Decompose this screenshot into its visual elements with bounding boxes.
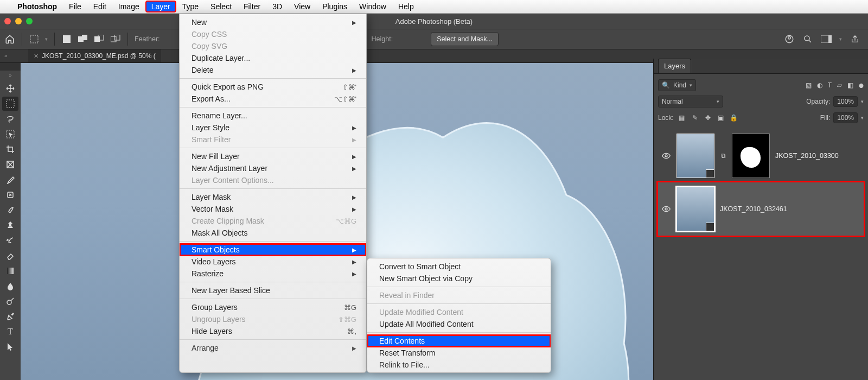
- menu-item-new-smart-object-via-copy[interactable]: New Smart Object via Copy: [367, 273, 551, 284]
- menu-item-new-adjustment-layer[interactable]: New Adjustment Layer▶: [180, 162, 366, 174]
- menu-item-layer-mask[interactable]: Layer Mask▶: [180, 191, 366, 203]
- menu-item-relink-to-file[interactable]: Relink to File...: [367, 359, 551, 371]
- menu-item-vector-mask[interactable]: Vector Mask▶: [180, 203, 366, 215]
- document-tab[interactable]: ✕ JKOST_2010_03300_ME.psd @ 50% (: [28, 49, 161, 62]
- menu-window[interactable]: Window: [354, 1, 392, 12]
- path-selection-tool[interactable]: [2, 340, 18, 354]
- filter-type-icon[interactable]: T: [828, 81, 832, 89]
- menu-edit[interactable]: Edit: [88, 1, 112, 12]
- close-tab-icon[interactable]: ✕: [34, 53, 39, 60]
- menu-item-edit-contents[interactable]: Edit Contents: [367, 335, 551, 347]
- menu-view[interactable]: View: [289, 1, 316, 12]
- lasso-tool[interactable]: [2, 112, 18, 126]
- menu-item-export-as[interactable]: Export As...⌥⇧⌘': [180, 93, 366, 105]
- gradient-tool[interactable]: [2, 264, 18, 278]
- menu-item-new-fill-layer[interactable]: New Fill Layer▶: [180, 150, 366, 162]
- menu-item-smart-objects[interactable]: Smart Objects▶: [180, 244, 366, 256]
- menu-filter[interactable]: Filter: [238, 1, 266, 12]
- home-icon[interactable]: [4, 34, 15, 45]
- layer-name-label[interactable]: JKOST_2010_03300: [775, 152, 839, 160]
- pen-tool[interactable]: [2, 309, 18, 324]
- menu-layer[interactable]: Layer: [146, 1, 176, 12]
- chevron-down-icon[interactable]: ▾: [839, 36, 842, 42]
- layer-filter-icons[interactable]: ▧ ◐ T ▱ ◧ ⬤: [806, 81, 864, 89]
- app-name[interactable]: Photoshop: [12, 1, 62, 12]
- filter-toggle-icon[interactable]: ⬤: [859, 83, 864, 88]
- lock-image-icon[interactable]: ✎: [690, 114, 700, 122]
- clone-stamp-tool[interactable]: [2, 218, 18, 232]
- opacity-value-input[interactable]: 100%: [833, 96, 858, 107]
- window-traffic-lights[interactable]: [4, 18, 33, 24]
- menu-item-hide-layers[interactable]: Hide Layers⌘,: [180, 325, 366, 337]
- lock-artboard-icon[interactable]: ▣: [716, 114, 726, 122]
- menu-select[interactable]: Select: [205, 1, 237, 12]
- selection-intersect-icon[interactable]: [110, 34, 121, 45]
- type-tool[interactable]: T: [2, 325, 18, 339]
- menu-file[interactable]: File: [63, 1, 87, 12]
- layer-thumbnail[interactable]: [676, 187, 714, 231]
- marquee-tool-icon[interactable]: [29, 34, 40, 45]
- layer-name-label[interactable]: JKOST_2010_032461: [720, 205, 787, 213]
- menu-item-rename-layer[interactable]: Rename Layer...: [180, 110, 366, 122]
- menu-item-new[interactable]: New▶: [180, 16, 366, 28]
- menu-plugins[interactable]: Plugins: [317, 1, 353, 12]
- cloud-account-icon[interactable]: [784, 34, 795, 45]
- lock-transparency-icon[interactable]: ▦: [677, 114, 687, 122]
- collapse-tools-icon[interactable]: »: [9, 73, 11, 80]
- menu-item-layer-style[interactable]: Layer Style▶: [180, 122, 366, 134]
- workspace-switcher-icon[interactable]: [821, 34, 832, 45]
- dodge-tool[interactable]: [2, 294, 18, 308]
- menu-item-new-layer-based-slice[interactable]: New Layer Based Slice: [180, 284, 366, 296]
- menu-item-update-all-modified-content[interactable]: Update All Modified Content: [367, 318, 551, 330]
- selection-new-icon[interactable]: [61, 34, 72, 45]
- crop-tool[interactable]: [2, 142, 18, 156]
- minimize-window-icon[interactable]: [15, 18, 22, 24]
- menu-item-reset-transform[interactable]: Reset Transform: [367, 347, 551, 359]
- expand-panels-icon[interactable]: »: [4, 53, 7, 59]
- chevron-down-icon[interactable]: ▾: [45, 36, 48, 42]
- selection-subtract-icon[interactable]: [94, 34, 105, 45]
- menu-help[interactable]: Help: [393, 1, 419, 12]
- visibility-eye-icon[interactable]: [661, 204, 671, 214]
- move-tool[interactable]: [2, 81, 18, 96]
- blur-tool[interactable]: [2, 279, 18, 293]
- lock-all-icon[interactable]: 🔒: [729, 114, 739, 122]
- layer-thumbnail[interactable]: [676, 134, 714, 178]
- layer-filter-type-select[interactable]: 🔍Kind ▾: [658, 79, 696, 91]
- zoom-window-icon[interactable]: [26, 18, 33, 24]
- filter-smartobject-icon[interactable]: ◧: [847, 81, 853, 89]
- menu-3d[interactable]: 3D: [267, 1, 288, 12]
- filter-adjustment-icon[interactable]: ◐: [817, 81, 822, 89]
- chevron-down-icon[interactable]: ▾: [861, 115, 864, 121]
- layers-panel-tab[interactable]: Layers: [658, 59, 691, 73]
- menu-item-delete[interactable]: Delete▶: [180, 64, 366, 76]
- close-window-icon[interactable]: [4, 18, 11, 24]
- select-and-mask-button[interactable]: Select and Mask...: [431, 32, 499, 46]
- menu-item-duplicate-layer[interactable]: Duplicate Layer...: [180, 52, 366, 64]
- frame-tool[interactable]: [2, 157, 18, 172]
- eyedropper-tool[interactable]: [2, 173, 18, 187]
- search-icon[interactable]: [802, 34, 813, 45]
- menu-item-arrange[interactable]: Arrange▶: [180, 342, 366, 354]
- marquee-tool[interactable]: [2, 97, 18, 111]
- filter-pixel-icon[interactable]: ▧: [806, 81, 812, 89]
- layer-row[interactable]: ⧉JKOST_2010_03300: [658, 129, 864, 182]
- menu-item-convert-to-smart-object[interactable]: Convert to Smart Object: [367, 261, 551, 273]
- filter-shape-icon[interactable]: ▱: [837, 81, 842, 89]
- menu-image[interactable]: Image: [113, 1, 145, 12]
- brush-tool[interactable]: [2, 203, 18, 217]
- menu-type[interactable]: Type: [177, 1, 204, 12]
- layer-mask-thumbnail[interactable]: [732, 134, 770, 178]
- link-mask-icon[interactable]: ⧉: [720, 152, 726, 160]
- chevron-down-icon[interactable]: ▾: [861, 99, 864, 104]
- selection-add-icon[interactable]: [78, 34, 88, 45]
- blend-mode-select[interactable]: Normal▾: [658, 96, 723, 107]
- menu-item-group-layers[interactable]: Group Layers⌘G: [180, 301, 366, 313]
- healing-brush-tool[interactable]: [2, 188, 18, 202]
- history-brush-tool[interactable]: [2, 233, 18, 248]
- visibility-eye-icon[interactable]: [661, 151, 671, 161]
- fill-value-input[interactable]: 100%: [833, 112, 858, 123]
- eraser-tool[interactable]: [2, 249, 18, 263]
- menu-item-quick-export-as-png[interactable]: Quick Export as PNG⇧⌘': [180, 81, 366, 93]
- layer-row[interactable]: JKOST_2010_032461: [658, 182, 864, 236]
